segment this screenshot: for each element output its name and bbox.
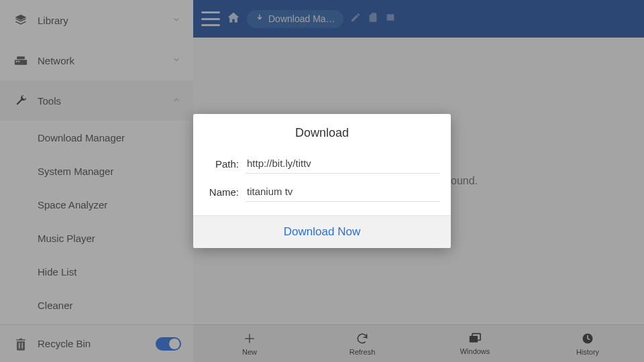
name-input[interactable]: titanium tv [246, 182, 440, 202]
modal-scrim[interactable]: Download Path: http://bit.ly/tittv Name:… [0, 0, 644, 362]
download-dialog: Download Path: http://bit.ly/tittv Name:… [193, 114, 451, 248]
dialog-title: Download [193, 114, 451, 149]
download-now-button[interactable]: Download Now [193, 215, 451, 248]
name-row: Name: titanium tv [193, 178, 451, 206]
path-input[interactable]: http://bit.ly/tittv [246, 154, 440, 174]
path-label: Path: [204, 158, 239, 170]
path-row: Path: http://bit.ly/tittv [193, 149, 451, 178]
name-label: Name: [204, 186, 239, 198]
